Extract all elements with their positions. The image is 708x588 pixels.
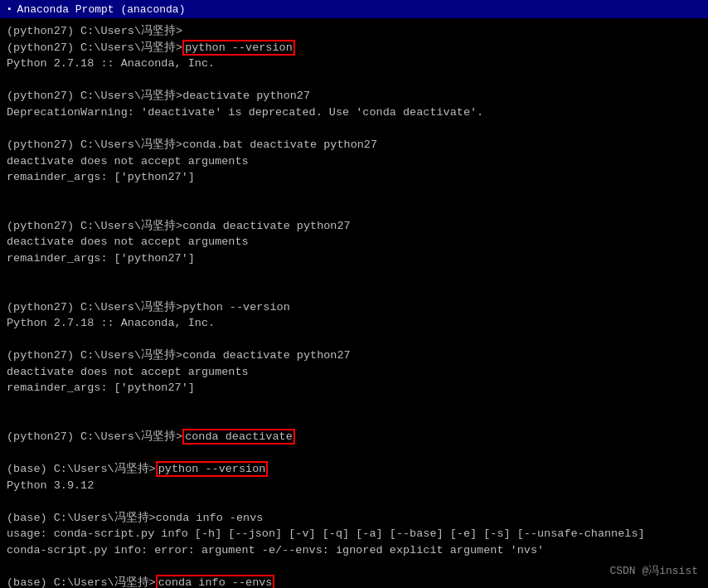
terminal-line: Python 3.9.12 xyxy=(7,478,701,494)
terminal-line xyxy=(7,445,701,462)
terminal-line: (python27) C:\Users\冯坚持>deactivate pytho… xyxy=(7,88,701,104)
terminal-line xyxy=(7,396,701,413)
terminal-line: (python27) C:\Users\冯坚持>conda deactivate xyxy=(7,429,701,445)
terminal-line xyxy=(7,202,701,218)
terminal-line: (python27) C:\Users\冯坚持>conda deactivate… xyxy=(7,347,701,364)
terminal-line: remainder_args: ['python27'] xyxy=(7,250,701,267)
terminal-line xyxy=(7,266,701,283)
terminal-line xyxy=(7,283,701,299)
terminal-line: (python27) C:\Users\冯坚持>python --version xyxy=(7,40,701,56)
terminal-line xyxy=(7,559,701,576)
terminal-line: Python 2.7.18 :: Anaconda, Inc. xyxy=(7,315,701,332)
title-bar: ▪ Anaconda Prompt (anaconda) xyxy=(0,0,708,18)
terminal-line: conda-script.py info: error: argument -e… xyxy=(7,542,701,559)
terminal-line: deactivate does not accept arguments xyxy=(7,234,701,250)
terminal-line: (base) C:\Users\冯坚持>conda info -envs xyxy=(7,510,701,527)
terminal-line xyxy=(7,332,701,348)
watermark: CSDN @冯insist xyxy=(609,564,698,580)
terminal[interactable]: (python27) C:\Users\冯坚持> (python27) C:\U… xyxy=(0,18,708,588)
terminal-line xyxy=(7,186,701,202)
terminal-line: Python 2.7.18 :: Anaconda, Inc. xyxy=(7,56,701,72)
terminal-line: (python27) C:\Users\冯坚持> xyxy=(7,23,701,40)
terminal-line xyxy=(7,493,701,510)
terminal-line xyxy=(7,120,701,137)
terminal-line: (base) C:\Users\冯坚持>python --version xyxy=(7,461,701,478)
terminal-line: (python27) C:\Users\冯坚持>python --version xyxy=(7,299,701,316)
terminal-line: usage: conda-script.py info [-h] [--json… xyxy=(7,526,701,542)
terminal-line xyxy=(7,72,701,89)
terminal-line xyxy=(7,413,701,430)
terminal-line: (python27) C:\Users\冯坚持>conda deactivate… xyxy=(7,218,701,235)
terminal-line: deactivate does not accept arguments xyxy=(7,364,701,381)
terminal-line: deactivate does not accept arguments xyxy=(7,153,701,170)
terminal-line: remainder_args: ['python27'] xyxy=(7,380,701,396)
terminal-line: (python27) C:\Users\冯坚持>conda.bat deacti… xyxy=(7,137,701,153)
title-bar-icon: ▪ xyxy=(7,4,12,14)
terminal-line: DeprecationWarning: 'deactivate' is depr… xyxy=(7,104,701,121)
terminal-line: remainder_args: ['python27'] xyxy=(7,169,701,186)
title-bar-title: Anaconda Prompt (anaconda) xyxy=(17,3,186,16)
terminal-line: (base) C:\Users\冯坚持>conda info --envs xyxy=(7,575,701,588)
